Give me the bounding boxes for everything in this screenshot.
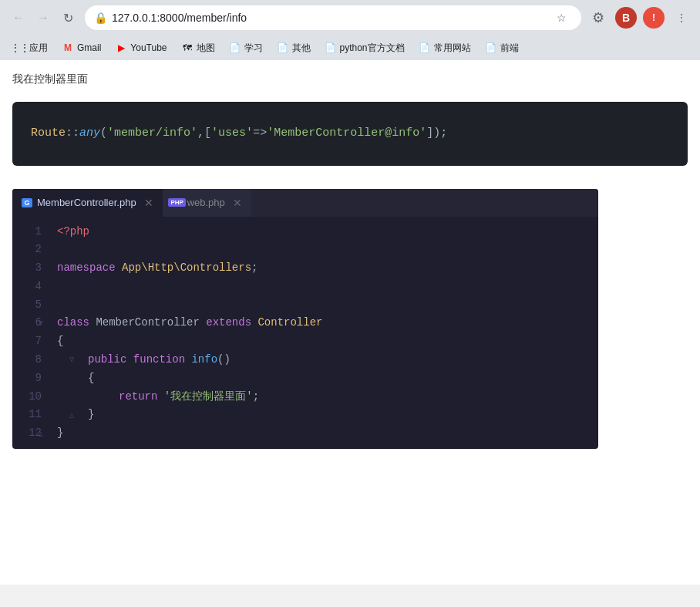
fold-marker-12: △	[39, 427, 43, 440]
editor-block: G MemberController.php ✕ PHP web.php ✕ 1…	[12, 189, 598, 450]
fold-marker-6: ▽	[39, 317, 43, 330]
line-num-11: 11	[22, 406, 42, 424]
route-code-block: Route::any('member/info',['uses'=>'Membe…	[12, 102, 688, 166]
fold-marker-8: ▽	[69, 353, 74, 366]
bookmark-youtube-label: YouTube	[130, 42, 167, 53]
controller-name: Controller	[251, 314, 322, 332]
bookmark-other[interactable]: 📄 其他	[271, 39, 317, 57]
tab-web-php[interactable]: PHP web.php ✕	[163, 189, 251, 217]
common-icon: 📄	[419, 42, 431, 54]
line-num-2: 2	[22, 241, 42, 259]
code-area: <?php namespace App\Http\Controllers ; ▽	[51, 223, 598, 443]
controller-string: 'MemberController@info'	[267, 126, 426, 140]
bookmark-maps-label: 地图	[197, 42, 215, 55]
info-function-name: info	[191, 351, 217, 369]
youtube-icon: ▶	[115, 42, 127, 54]
bookmark-gmail[interactable]: M Gmail	[56, 39, 107, 56]
other-icon: 📄	[277, 42, 289, 54]
bookmark-frontend-label: 前端	[500, 42, 519, 55]
class-open-brace: {	[57, 332, 63, 351]
code-row-3: namespace App\Http\Controllers ;	[51, 259, 589, 278]
namespace-keyword: namespace	[57, 259, 116, 278]
member-tab-icon: G	[22, 197, 32, 208]
line-num-1: 1	[22, 223, 42, 241]
code-row-1: <?php	[51, 223, 589, 241]
tab-member-label: MemberController.php	[37, 197, 136, 208]
semicolon-10: ;	[253, 388, 259, 406]
reload-button[interactable]: ↻	[57, 7, 79, 29]
class-name: MemberController	[89, 314, 206, 332]
tab-member-controller[interactable]: G MemberController.php ✕	[12, 189, 163, 217]
bookmark-study-label: 学习	[244, 42, 263, 55]
bookmark-common-label: 常用网站	[434, 42, 471, 55]
python-icon: 📄	[325, 42, 337, 54]
func-close-brace: }	[88, 406, 94, 424]
browser-chrome: ← → ↻ 🔒 127.0.0.1:8000/member/info ☆ ⚙ B…	[0, 0, 700, 60]
bookmark-apps-label: 应用	[29, 42, 48, 55]
return-keyword: return	[119, 388, 157, 406]
line-num-3: 3	[22, 259, 42, 278]
route-keyword: Route	[31, 126, 66, 140]
editor-tabs: G MemberController.php ✕ PHP web.php ✕	[12, 189, 598, 217]
fold-marker-11: △	[69, 409, 74, 422]
func-parens: ()	[217, 351, 231, 369]
namespace-value: App\Http\Controllers	[116, 259, 251, 278]
nav-buttons: ← → ↻	[8, 7, 79, 29]
function-keyword: function	[133, 351, 185, 369]
any-keyword: any	[79, 126, 100, 140]
bookmark-python-label: python官方文档	[340, 42, 405, 55]
code-row-12: △ }	[51, 424, 589, 443]
semicolon-3: ;	[251, 259, 257, 278]
php-open-tag: <?php	[57, 223, 89, 241]
bookmark-study[interactable]: 📄 学习	[223, 39, 269, 57]
line-num-4: 4	[22, 278, 42, 296]
code-row-5	[51, 296, 589, 315]
route-code-line: Route::any('member/info',['uses'=>'Membe…	[31, 126, 447, 140]
nav-bar: ← → ↻ 🔒 127.0.0.1:8000/member/info ☆ ⚙ B…	[0, 0, 700, 35]
page-content: 我在控制器里面 Route::any('member/info',['uses'…	[0, 60, 700, 585]
profile-icon[interactable]: !	[643, 7, 665, 29]
brave-icon: B	[615, 7, 637, 29]
code-row-11: △ }	[51, 406, 589, 424]
code-row-2	[51, 241, 589, 259]
route-path-string: 'member/info'	[107, 126, 197, 140]
bookmark-youtube[interactable]: ▶ YouTube	[109, 39, 173, 56]
class-close-brace: }	[57, 424, 63, 443]
line-numbers: 1 2 3 4 5 6 7 8 9 10 11 12	[12, 223, 51, 443]
func-open-brace: {	[88, 369, 94, 388]
code-row-10: return '我在控制器里面' ;	[51, 388, 589, 406]
bookmark-python[interactable]: 📄 python官方文档	[318, 39, 411, 57]
editor-body: 1 2 3 4 5 6 7 8 9 10 11 12 <?php	[12, 217, 598, 450]
line-num-8: 8	[22, 351, 42, 369]
tab-member-close[interactable]: ✕	[144, 197, 153, 209]
uses-key: 'uses'	[211, 126, 253, 140]
bookmark-frontend[interactable]: 📄 前端	[479, 39, 525, 57]
bookmark-common[interactable]: 📄 常用网站	[412, 39, 477, 57]
url-input[interactable]: 127.0.0.1:8000/member/info	[112, 12, 546, 24]
address-icons: ☆	[550, 7, 572, 29]
menu-button[interactable]: ⋮	[671, 7, 692, 29]
public-keyword: public	[88, 351, 126, 369]
study-icon: 📄	[229, 42, 241, 54]
maps-icon: 🗺	[181, 42, 194, 54]
tab-web-close[interactable]: ✕	[233, 197, 242, 209]
bookmark-star-button[interactable]: ☆	[550, 7, 572, 29]
bookmark-other-label: 其他	[292, 42, 311, 55]
line-num-10: 10	[22, 388, 42, 406]
return-string: '我在控制器里面'	[164, 388, 253, 406]
bookmark-maps[interactable]: 🗺 地图	[175, 39, 221, 57]
back-button[interactable]: ←	[8, 7, 29, 29]
web-tab-icon: PHP	[172, 197, 183, 208]
extensions-button[interactable]: ⚙	[587, 7, 609, 29]
bookmark-apps[interactable]: ⋮⋮ 应用	[8, 39, 54, 57]
code-row-4	[51, 278, 589, 296]
code-row-7: {	[51, 332, 589, 351]
frontend-icon: 📄	[485, 42, 497, 54]
extends-keyword: extends	[206, 314, 251, 332]
code-row-8: ▽ public function info ()	[51, 351, 589, 369]
forward-button[interactable]: →	[32, 7, 54, 29]
code-row-6: ▽ class MemberController extends Control…	[51, 314, 589, 332]
bookmark-gmail-label: Gmail	[77, 42, 101, 53]
address-bar[interactable]: 🔒 127.0.0.1:8000/member/info ☆	[85, 5, 581, 30]
apps-icon: ⋮⋮	[14, 42, 26, 54]
